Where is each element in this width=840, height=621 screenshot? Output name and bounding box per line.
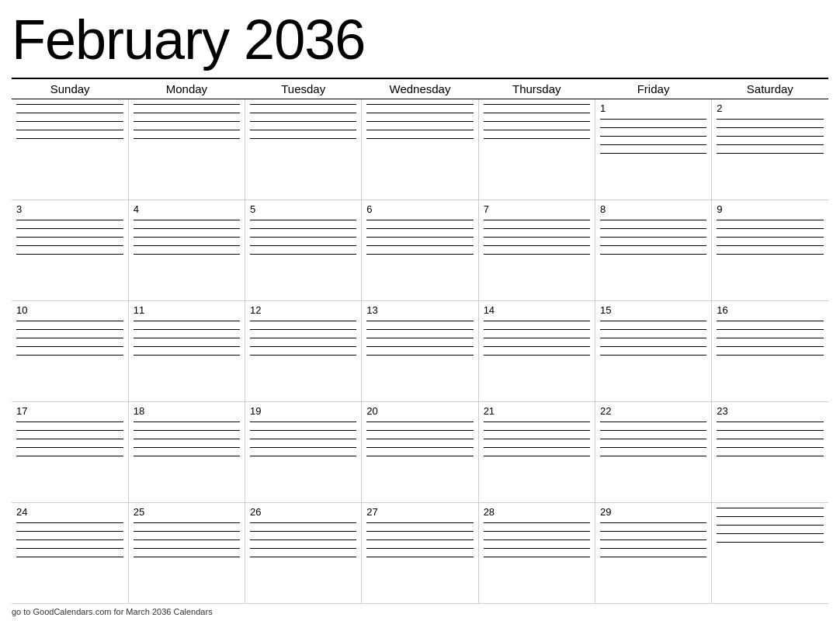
cell-lines	[484, 321, 590, 356]
calendar-cell[interactable]: 5	[245, 200, 362, 301]
writing-line	[366, 548, 473, 549]
calendar-cell[interactable]: 26	[245, 503, 362, 604]
calendar-cell[interactable]: 28	[478, 503, 595, 604]
calendar-cell[interactable]: 3	[12, 200, 128, 301]
day-number: 8	[600, 203, 706, 215]
calendar-cell[interactable]: 13	[362, 301, 478, 402]
writing-line	[484, 439, 590, 439]
day-number: 22	[600, 405, 706, 417]
writing-line	[250, 220, 356, 220]
writing-line	[134, 422, 240, 422]
cell-lines	[717, 220, 824, 255]
day-number: 1	[600, 102, 706, 114]
calendar-cell[interactable]: 10	[12, 301, 128, 402]
calendar-cell[interactable]: 16	[712, 301, 828, 402]
day-number: 27	[366, 506, 473, 518]
calendar-cell[interactable]	[712, 503, 828, 604]
writing-line	[484, 557, 590, 557]
writing-line	[16, 329, 123, 330]
writing-line	[16, 254, 123, 255]
writing-line	[366, 138, 473, 139]
calendar-cell[interactable]: 22	[595, 402, 711, 503]
writing-line	[16, 104, 123, 105]
writing-line	[717, 542, 824, 543]
calendar-cell[interactable]: 8	[595, 200, 711, 301]
calendar-cell[interactable]: 7	[478, 200, 595, 301]
writing-line	[250, 104, 356, 105]
writing-line	[134, 430, 240, 431]
calendar-cell[interactable]	[128, 99, 245, 200]
calendar-cell[interactable]: 25	[128, 503, 245, 604]
day-number: 14	[484, 304, 590, 316]
calendar-cell[interactable]: 20	[362, 402, 478, 503]
writing-line	[16, 456, 123, 456]
writing-line	[250, 422, 356, 422]
cell-lines	[366, 104, 473, 139]
writing-line	[600, 522, 706, 523]
writing-line	[134, 113, 240, 113]
calendar-cell[interactable]: 17	[12, 402, 128, 503]
week-row-4: 17181920212223	[12, 402, 828, 503]
calendar-cell[interactable]: 19	[245, 402, 362, 503]
writing-line	[366, 456, 473, 456]
calendar-cell[interactable]: 21	[478, 402, 595, 503]
writing-line	[717, 245, 824, 246]
calendar-cell[interactable]: 18	[128, 402, 245, 503]
cell-lines	[134, 104, 240, 139]
cell-lines	[16, 104, 123, 139]
writing-line	[134, 237, 240, 238]
writing-line	[366, 121, 473, 122]
day-number: 16	[717, 304, 824, 316]
cell-lines	[600, 522, 706, 557]
calendar-cell[interactable]: 27	[362, 503, 478, 604]
calendar-cell[interactable]	[12, 99, 128, 200]
writing-line	[600, 136, 706, 137]
writing-line	[16, 220, 123, 220]
writing-line	[600, 220, 706, 220]
writing-line	[250, 113, 356, 113]
calendar-cell[interactable]: 12	[245, 301, 362, 402]
writing-line	[134, 130, 240, 130]
cell-lines	[250, 104, 356, 139]
writing-line	[600, 531, 706, 532]
day-number: 12	[250, 304, 356, 316]
calendar-cell[interactable]: 24	[12, 503, 128, 604]
writing-line	[250, 346, 356, 347]
calendar-cell[interactable]: 1	[595, 99, 711, 200]
cell-lines	[134, 220, 240, 255]
writing-line	[366, 338, 473, 338]
writing-line	[366, 531, 473, 532]
writing-line	[250, 254, 356, 255]
writing-line	[484, 329, 590, 330]
calendar-cell[interactable]: 14	[478, 301, 595, 402]
writing-line	[484, 104, 590, 105]
day-number: 9	[717, 203, 824, 215]
cell-lines	[717, 119, 824, 154]
calendar-cell[interactable]: 23	[712, 402, 828, 503]
writing-line	[717, 346, 824, 347]
calendar-cell[interactable]: 4	[128, 200, 245, 301]
writing-line	[134, 355, 240, 356]
writing-line	[717, 136, 824, 137]
writing-line	[717, 533, 824, 534]
calendar-cell[interactable]	[245, 99, 362, 200]
calendar-cell[interactable]: 9	[712, 200, 828, 301]
cell-lines	[366, 522, 473, 557]
writing-line	[600, 338, 706, 338]
calendar-grid: SundayMondayTuesdayWednesdayThursdayFrid…	[12, 78, 828, 604]
cell-lines	[250, 220, 356, 255]
writing-line	[600, 422, 706, 422]
calendar-cell[interactable]: 11	[128, 301, 245, 402]
writing-line	[600, 127, 706, 128]
calendar-cell[interactable]: 15	[595, 301, 711, 402]
calendar-cell[interactable]	[478, 99, 595, 200]
writing-line	[366, 104, 473, 105]
calendar-cell[interactable]	[362, 99, 478, 200]
writing-line	[250, 338, 356, 338]
writing-line	[484, 430, 590, 431]
writing-line	[600, 430, 706, 431]
calendar-cell[interactable]: 29	[595, 503, 711, 604]
calendar-cell[interactable]: 2	[712, 99, 828, 200]
writing-line	[484, 522, 590, 523]
calendar-cell[interactable]: 6	[362, 200, 478, 301]
